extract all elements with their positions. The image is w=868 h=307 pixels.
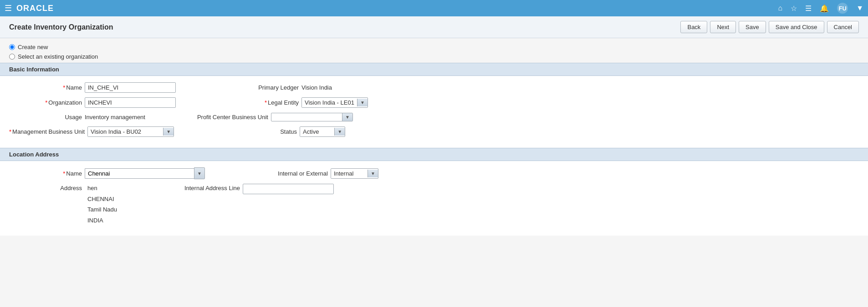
primary-ledger-label: Primary Ledger <box>221 84 299 91</box>
cancel-button[interactable]: Cancel <box>827 21 859 33</box>
create-new-label: Create new <box>18 44 48 50</box>
internal-address-line-input[interactable] <box>243 184 334 194</box>
profit-center-group: Profit Center Business Unit ▼ <box>191 113 353 121</box>
back-button[interactable]: Back <box>680 21 707 33</box>
profit-center-value: ▼ <box>271 113 353 121</box>
header-buttons: Back Next Save Save and Close Cancel <box>680 21 859 33</box>
profit-center-label: Profit Center Business Unit <box>191 114 268 121</box>
int-ext-dropdown[interactable]: Internal ▼ <box>331 168 378 179</box>
radio-section: Create new Select an existing organizati… <box>0 38 868 63</box>
create-new-radio[interactable] <box>9 44 15 50</box>
profit-center-dropdown[interactable]: ▼ <box>271 113 353 121</box>
name-required-star: * <box>63 84 65 91</box>
mbu-label: *Management Business Unit <box>9 128 85 135</box>
list-icon[interactable]: ☰ <box>805 4 812 13</box>
save-and-close-button[interactable]: Save and Close <box>769 21 824 33</box>
loc-name-label: *Name <box>9 170 82 177</box>
status-dropdown-btn[interactable]: ▼ <box>334 128 345 136</box>
legal-entity-dropdown-btn[interactable]: ▼ <box>357 99 368 106</box>
loc-name-value: ▼ <box>85 167 205 179</box>
int-ext-group: Internal or External Internal ▼ <box>250 168 378 179</box>
location-address-form: *Name ▼ Internal or External Internal ▼ … <box>0 161 868 236</box>
address-line-2: CHENNAI <box>87 195 117 204</box>
usage-value: Inventory management <box>85 112 145 122</box>
name-ledger-row: *Name Primary Ledger Vision India <box>9 82 859 93</box>
address-group: Address hen CHENNAI Tamil Nadu INDIA <box>9 184 117 225</box>
int-ext-dropdown-btn[interactable]: ▼ <box>368 170 378 177</box>
status-value: Active ▼ <box>300 126 345 137</box>
mbu-value: Vision India - BU02 ▼ <box>87 126 174 137</box>
mbu-required-star: * <box>9 128 11 135</box>
oracle-logo: ORACLE <box>16 4 54 13</box>
home-icon[interactable]: ⌂ <box>778 4 782 12</box>
internal-address-line-value <box>243 184 334 194</box>
primary-ledger-group: Primary Ledger Vision India <box>221 83 332 92</box>
location-name-dropdown-btn[interactable]: ▼ <box>194 167 205 179</box>
create-new-option[interactable]: Create new <box>9 44 859 50</box>
location-address-header: Location Address <box>0 148 868 161</box>
mbu-group: *Management Business Unit Vision India -… <box>9 126 174 137</box>
usage-group: Usage Inventory management <box>9 112 145 122</box>
page-title: Create Inventory Organization <box>9 23 113 31</box>
select-existing-option[interactable]: Select an existing organization <box>9 53 859 60</box>
legal-entity-required-star: * <box>265 99 267 106</box>
legal-entity-group: *Legal Entity Vision India - LE01 ▼ <box>221 97 368 108</box>
location-name-input[interactable] <box>85 168 194 179</box>
status-dropdown[interactable]: Active ▼ <box>300 126 345 137</box>
name-value <box>85 82 176 93</box>
mbu-dropdown-btn[interactable]: ▼ <box>163 128 174 136</box>
hamburger-icon[interactable]: ☰ <box>5 3 12 13</box>
mbu-status-row: *Management Business Unit Vision India -… <box>9 126 859 137</box>
loc-name-required-star: * <box>63 170 65 177</box>
address-line-3: Tamil Nadu <box>87 205 117 214</box>
nav-left: ☰ ORACLE <box>5 3 54 13</box>
status-group: Status Active ▼ <box>220 126 345 137</box>
usage-label: Usage <box>9 114 82 121</box>
star-icon[interactable]: ☆ <box>791 4 797 13</box>
basic-information-header: Basic Information <box>0 63 868 76</box>
select-existing-label: Select an existing organization <box>18 53 98 60</box>
internal-address-line-label: Internal Address Line <box>163 184 240 191</box>
address-internal-addr-row: Address hen CHENNAI Tamil Nadu INDIA Int… <box>9 184 859 225</box>
primary-ledger-value: Vision India <box>301 83 332 92</box>
organization-input[interactable] <box>85 97 176 108</box>
status-label: Status <box>220 128 297 135</box>
internal-address-line-group: Internal Address Line <box>163 184 334 194</box>
org-label: *Organization <box>9 99 82 106</box>
name-input[interactable] <box>85 82 176 93</box>
org-required-star: * <box>45 99 47 106</box>
int-ext-value: Internal ▼ <box>331 168 378 179</box>
org-legal-row: *Organization *Legal Entity Vision India… <box>9 97 859 108</box>
loc-name-group: *Name ▼ <box>9 167 205 179</box>
legal-entity-label: *Legal Entity <box>221 99 299 106</box>
address-line-4: INDIA <box>87 216 117 225</box>
select-existing-radio[interactable] <box>9 54 15 60</box>
profit-center-dropdown-btn[interactable]: ▼ <box>342 113 352 121</box>
address-label: Address <box>9 184 82 191</box>
address-block-container: hen CHENNAI Tamil Nadu INDIA <box>85 184 117 225</box>
legal-entity-value: Vision India - LE01 ▼ <box>301 97 368 108</box>
int-ext-label: Internal or External <box>250 170 328 177</box>
name-group: *Name <box>9 82 176 93</box>
basic-information-form: *Name Primary Ledger Vision India *Organ… <box>0 76 868 148</box>
org-value <box>85 97 176 108</box>
page-header: Create Inventory Organization Back Next … <box>0 16 868 38</box>
mbu-dropdown[interactable]: Vision India - BU02 ▼ <box>87 126 174 137</box>
top-navigation: ☰ ORACLE ⌂ ☆ ☰ 🔔 FU ▼ <box>0 0 868 16</box>
address-line-1: hen <box>87 184 117 193</box>
loc-name-internal-row: *Name ▼ Internal or External Internal ▼ <box>9 167 859 179</box>
bell-icon[interactable]: 🔔 <box>820 4 829 13</box>
chevron-down-icon[interactable]: ▼ <box>856 4 863 12</box>
user-avatar[interactable]: FU <box>837 3 848 14</box>
address-block: hen CHENNAI Tamil Nadu INDIA <box>87 184 117 225</box>
nav-right: ⌂ ☆ ☰ 🔔 FU ▼ <box>778 3 863 14</box>
next-button[interactable]: Next <box>710 21 736 33</box>
legal-entity-dropdown[interactable]: Vision India - LE01 ▼ <box>301 97 368 108</box>
org-group: *Organization <box>9 97 176 108</box>
usage-profit-row: Usage Inventory management Profit Center… <box>9 112 859 122</box>
name-label: *Name <box>9 84 82 91</box>
save-button[interactable]: Save <box>739 21 766 33</box>
